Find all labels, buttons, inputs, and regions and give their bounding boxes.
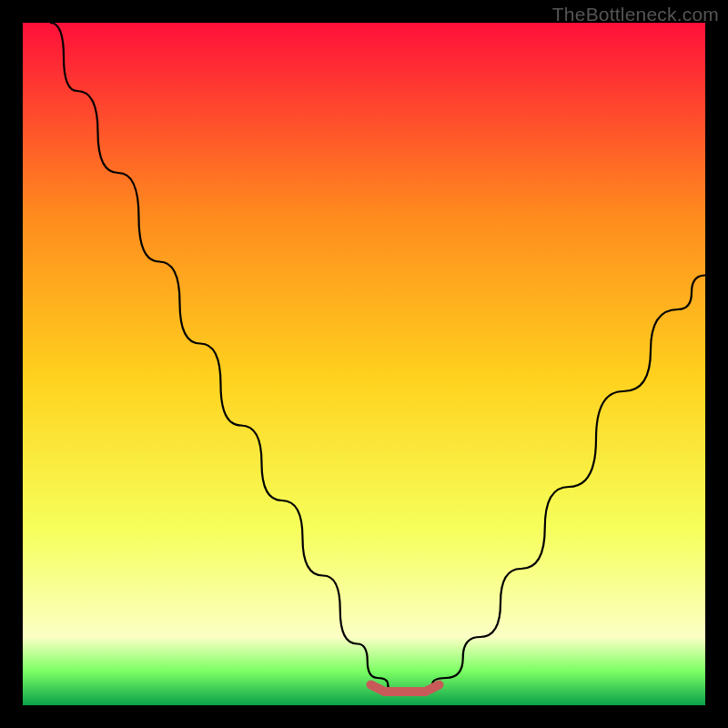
watermark-text: TheBottleneck.com	[552, 4, 719, 25]
bottleneck-curve	[50, 23, 705, 692]
chart-container: TheBottleneck.com	[0, 0, 728, 728]
plot-curve-layer	[23, 23, 705, 705]
match-band-marker	[371, 685, 440, 693]
